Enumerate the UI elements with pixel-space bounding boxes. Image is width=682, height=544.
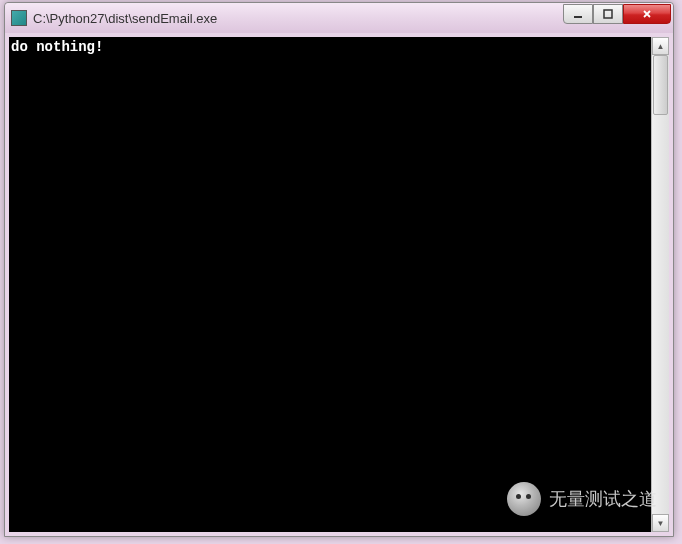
maximize-button[interactable] [593,4,623,24]
window-controls [563,4,671,24]
console-area: do nothing! ▲ ▼ 无量测试之道 [9,37,669,532]
scroll-down-button[interactable]: ▼ [652,514,669,532]
scroll-up-button[interactable]: ▲ [652,37,669,55]
wechat-icon [507,482,541,516]
maximize-icon [602,9,614,19]
scroll-track[interactable] [652,55,669,514]
close-button[interactable] [623,4,671,24]
watermark: 无量测试之道 [507,482,657,516]
titlebar[interactable]: C:\Python27\dist\sendEmail.exe [5,3,673,33]
minimize-button[interactable] [563,4,593,24]
vertical-scrollbar[interactable]: ▲ ▼ [651,37,669,532]
console-window: C:\Python27\dist\sendEmail.exe do nothin… [4,2,674,537]
watermark-text: 无量测试之道 [549,487,657,511]
minimize-icon [572,9,584,19]
close-icon [641,9,653,19]
console-output[interactable]: do nothing! [9,37,651,532]
scroll-thumb[interactable] [653,55,668,115]
svg-rect-1 [604,10,612,18]
app-icon [11,10,27,26]
svg-rect-0 [574,16,582,18]
